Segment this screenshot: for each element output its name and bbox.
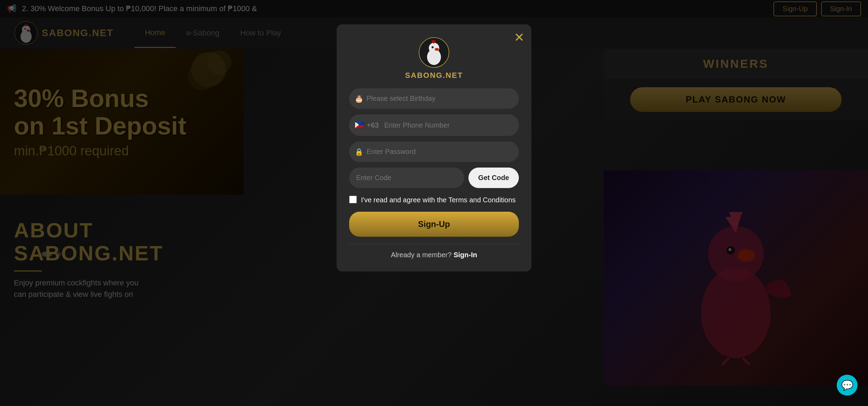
code-input[interactable]	[349, 168, 464, 188]
modal-logo-icon	[418, 37, 450, 68]
phone-flag: 🇵🇭	[355, 121, 364, 130]
password-input-wrapper: 🔒	[349, 141, 519, 162]
phone-field-group: 🇵🇭 +63	[349, 114, 519, 136]
get-code-button[interactable]: Get Code	[468, 168, 519, 188]
phone-input[interactable]	[384, 115, 519, 136]
terms-row: I've read and agree with the Terms and C…	[349, 195, 519, 205]
phone-prefix: 🇵🇭 +63	[349, 114, 384, 136]
lock-icon: 🔒	[355, 148, 363, 156]
password-field-group: 🔒	[349, 141, 519, 162]
chat-icon: 💬	[841, 380, 853, 391]
modal-overlay: ✕ SABONG.NET 🎂 �	[0, 0, 868, 406]
modal-logo-text: SABONG.NET	[405, 71, 463, 80]
terms-text: I've read and agree with the Terms and C…	[361, 195, 516, 205]
modal-logo: SABONG.NET	[349, 37, 519, 80]
birthday-input-wrapper: 🎂	[349, 88, 519, 109]
svg-point-21	[429, 43, 439, 53]
signin-link[interactable]: Sign-In	[453, 251, 477, 259]
phone-input-wrapper: 🇵🇭 +63	[349, 114, 519, 136]
modal-divider	[349, 244, 519, 244]
birthday-icon: 🎂	[355, 95, 363, 103]
birthday-input[interactable]	[349, 88, 519, 109]
phone-country-code: +63	[367, 121, 379, 129]
signup-button[interactable]: Sign-Up	[349, 212, 519, 237]
birthday-field-group: 🎂	[349, 88, 519, 109]
code-field-group: Get Code	[349, 168, 519, 188]
already-member-text: Already a member? Sign-In	[349, 251, 519, 259]
modal-close-button[interactable]: ✕	[514, 31, 524, 44]
chat-bubble[interactable]: 💬	[837, 375, 858, 396]
password-input[interactable]	[349, 141, 519, 162]
svg-point-24	[435, 48, 439, 51]
signup-modal: ✕ SABONG.NET 🎂 �	[337, 24, 531, 271]
code-row: Get Code	[349, 168, 519, 188]
terms-checkbox[interactable]	[349, 196, 357, 203]
svg-point-25	[432, 46, 434, 48]
